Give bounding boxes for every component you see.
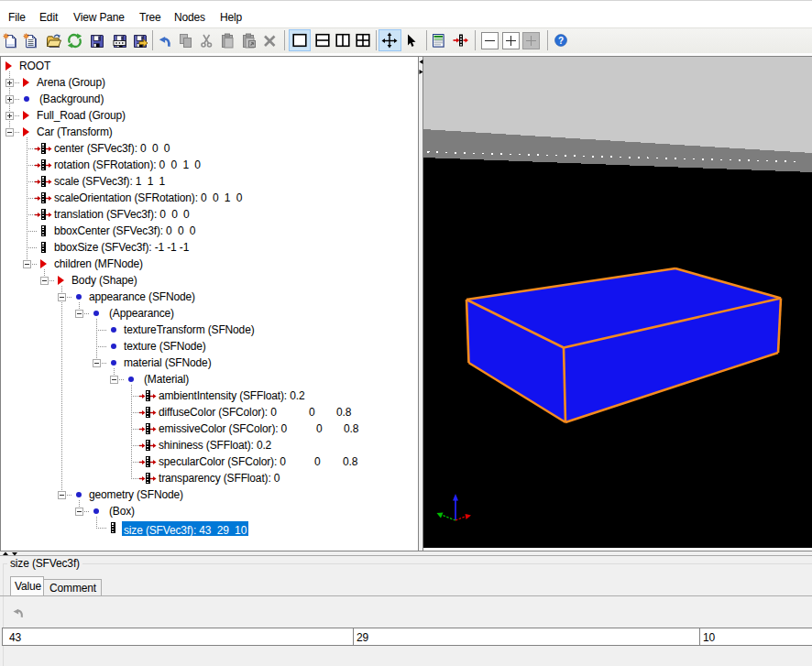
- svg-text:?: ?: [558, 36, 564, 46]
